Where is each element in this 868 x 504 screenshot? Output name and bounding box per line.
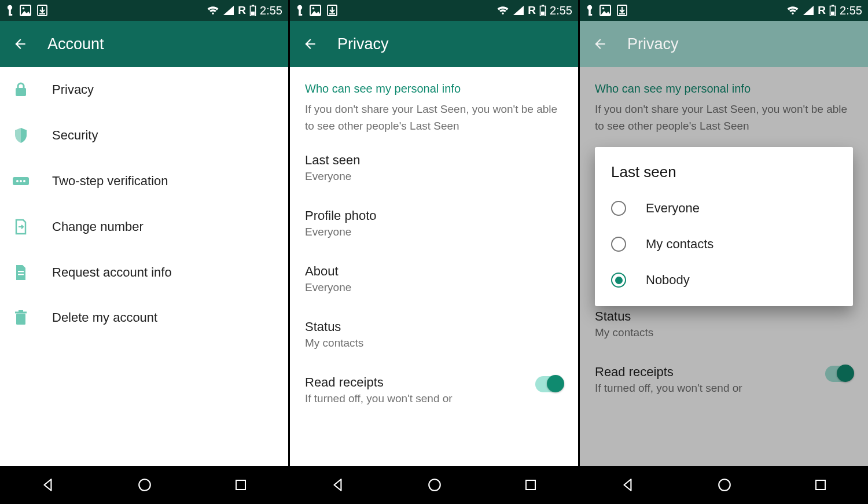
svg-point-22 <box>297 5 302 10</box>
radio-label: Nobody <box>646 273 690 288</box>
setting-title: Profile photo <box>305 208 563 223</box>
trash-icon <box>14 310 27 325</box>
list-item-label: Security <box>52 128 98 143</box>
svg-rect-2 <box>9 14 12 16</box>
content-area: Who can see my personal info If you don'… <box>580 67 868 466</box>
section-description: If you don't share your Last Seen, you w… <box>290 99 578 140</box>
setting-status[interactable]: Status My contacts <box>290 307 578 362</box>
svg-rect-10 <box>16 88 26 96</box>
battery-icon <box>829 5 836 16</box>
image-icon <box>20 5 31 16</box>
svg-rect-42 <box>832 5 834 6</box>
download-icon <box>617 5 627 16</box>
nav-back-icon[interactable] <box>620 477 635 492</box>
list-item-security[interactable]: Security <box>0 112 288 159</box>
svg-rect-8 <box>252 5 254 6</box>
list-item-label: Request account info <box>52 265 172 280</box>
network-letter: R <box>238 4 246 17</box>
back-arrow-icon[interactable] <box>593 36 608 51</box>
setting-profile-photo[interactable]: Profile photo Everyone <box>290 196 578 251</box>
signal-icon <box>513 5 524 16</box>
back-arrow-icon[interactable] <box>13 36 28 51</box>
svg-point-12 <box>16 180 19 182</box>
setting-subtitle: My contacts <box>305 337 563 350</box>
app-bar: Privacy <box>580 21 868 67</box>
phone-privacy: R 2:55 Privacy Who can see my personal i… <box>290 0 578 504</box>
android-nav-bar <box>580 466 868 504</box>
svg-point-32 <box>429 479 440 491</box>
svg-point-13 <box>20 180 22 182</box>
signal-icon <box>223 5 234 16</box>
android-nav-bar <box>0 466 288 504</box>
svg-rect-43 <box>831 12 834 15</box>
pin-icon <box>13 175 29 187</box>
list-item-delete-account[interactable]: Delete my account <box>0 295 288 340</box>
dialog-title: Last seen <box>595 160 853 190</box>
key-icon <box>6 5 14 16</box>
nav-recent-icon[interactable] <box>524 478 538 492</box>
back-arrow-icon[interactable] <box>303 36 318 51</box>
last-seen-dialog: Last seen Everyone My contacts Nobody <box>595 147 853 306</box>
setting-title: About <box>305 264 563 279</box>
nav-home-icon[interactable] <box>427 477 442 492</box>
list-item-privacy[interactable]: Privacy <box>0 67 288 112</box>
svg-rect-21 <box>236 480 245 490</box>
shield-icon <box>14 127 28 144</box>
radio-icon <box>611 201 626 216</box>
app-bar: Account <box>0 21 288 67</box>
svg-point-34 <box>587 5 592 10</box>
image-icon <box>599 5 611 16</box>
svg-point-0 <box>8 5 12 10</box>
network-letter: R <box>528 4 536 17</box>
clock-time: 2:55 <box>840 4 862 17</box>
nav-recent-icon[interactable] <box>814 478 827 492</box>
network-letter: R <box>818 4 826 17</box>
download-icon <box>37 5 47 16</box>
setting-title: Status <box>305 319 563 334</box>
setting-subtitle: If turned off, you won't send or <box>305 392 535 405</box>
nav-home-icon[interactable] <box>717 477 732 492</box>
page-title: Privacy <box>627 35 679 53</box>
svg-rect-30 <box>542 5 544 6</box>
svg-point-44 <box>719 479 730 491</box>
radio-icon <box>611 273 626 288</box>
battery-icon <box>249 5 256 16</box>
setting-subtitle: Everyone <box>305 226 563 238</box>
wifi-icon <box>786 5 799 16</box>
svg-point-20 <box>139 479 150 491</box>
toggle-switch[interactable] <box>535 376 563 392</box>
radio-option-my-contacts[interactable]: My contacts <box>595 226 853 262</box>
list-item-change-number[interactable]: Change number <box>0 204 288 250</box>
content-area: Privacy Security Two-step verification C… <box>0 67 288 466</box>
nav-back-icon[interactable] <box>41 477 56 492</box>
radio-label: My contacts <box>646 237 713 252</box>
clock-time: 2:55 <box>550 4 572 17</box>
setting-title: Last seen <box>305 153 563 168</box>
radio-option-nobody[interactable]: Nobody <box>595 262 853 298</box>
nav-home-icon[interactable] <box>137 477 152 492</box>
signal-icon <box>803 5 814 16</box>
android-nav-bar <box>290 466 578 504</box>
key-icon <box>586 5 594 16</box>
svg-rect-17 <box>16 314 25 325</box>
svg-point-26 <box>312 8 315 10</box>
list-item-two-step[interactable]: Two-step verification <box>0 159 288 204</box>
svg-rect-15 <box>18 271 24 272</box>
image-icon <box>310 5 321 16</box>
setting-last-seen[interactable]: Last seen Everyone <box>290 140 578 196</box>
setting-read-receipts[interactable]: Read receipts If turned off, you won't s… <box>290 362 578 418</box>
battery-icon <box>539 5 546 16</box>
svg-rect-19 <box>19 310 23 312</box>
list-item-request-info[interactable]: Request account info <box>0 250 288 295</box>
list-item-label: Privacy <box>52 82 94 97</box>
setting-subtitle: Everyone <box>305 281 563 294</box>
radio-option-everyone[interactable]: Everyone <box>595 190 853 226</box>
svg-point-38 <box>602 8 605 10</box>
wifi-icon <box>496 5 509 16</box>
svg-rect-9 <box>251 12 255 15</box>
setting-subtitle: Everyone <box>305 170 563 183</box>
nav-back-icon[interactable] <box>330 477 345 492</box>
nav-recent-icon[interactable] <box>234 478 248 492</box>
setting-about[interactable]: About Everyone <box>290 251 578 307</box>
page-title: Privacy <box>337 35 389 53</box>
